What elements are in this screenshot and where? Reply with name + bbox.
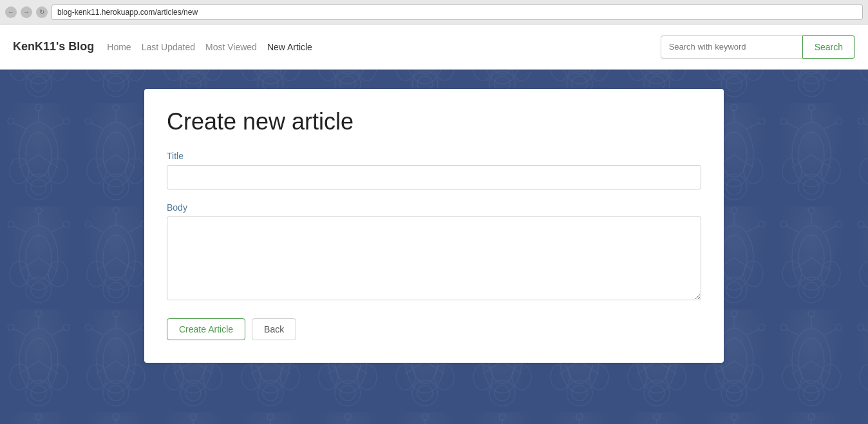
search-button[interactable]: Search: [802, 35, 855, 59]
body-textarea[interactable]: [167, 217, 701, 300]
navbar-links: Home Last Updated Most Viewed New Articl…: [107, 42, 660, 52]
browser-chrome: ← → ↻ blog-kenk11.herokuapp.com/articles…: [0, 0, 868, 24]
back-button[interactable]: Back: [252, 318, 296, 340]
forward-nav-button[interactable]: →: [21, 6, 32, 18]
title-input[interactable]: [167, 165, 701, 189]
navbar: KenK11's Blog Home Last Updated Most Vie…: [0, 24, 868, 70]
nav-link-home[interactable]: Home: [107, 42, 131, 52]
navbar-brand[interactable]: KenK11's Blog: [13, 40, 94, 53]
form-actions: Create Article Back: [167, 318, 701, 340]
search-input[interactable]: [661, 35, 802, 59]
nav-link-most-viewed[interactable]: Most Viewed: [205, 42, 257, 52]
body-label: Body: [167, 202, 701, 213]
address-bar[interactable]: blog-kenk11.herokuapp.com/articles/new: [52, 5, 863, 20]
body-group: Body: [167, 202, 701, 303]
refresh-nav-button[interactable]: ↻: [36, 6, 48, 18]
form-container: Create new article Title Body Create Art…: [144, 89, 724, 363]
url-text: blog-kenk11.herokuapp.com/articles/new: [57, 8, 198, 17]
form-title: Create new article: [167, 108, 701, 135]
title-label: Title: [167, 151, 701, 161]
title-group: Title: [167, 151, 701, 189]
navbar-search: Search: [661, 35, 855, 59]
nav-link-new-article[interactable]: New Article: [267, 42, 312, 52]
create-article-button[interactable]: Create Article: [167, 318, 245, 340]
back-nav-button[interactable]: ←: [5, 6, 17, 18]
page-content: Create new article Title Body Create Art…: [0, 70, 868, 382]
nav-link-last-updated[interactable]: Last Updated: [142, 42, 195, 52]
